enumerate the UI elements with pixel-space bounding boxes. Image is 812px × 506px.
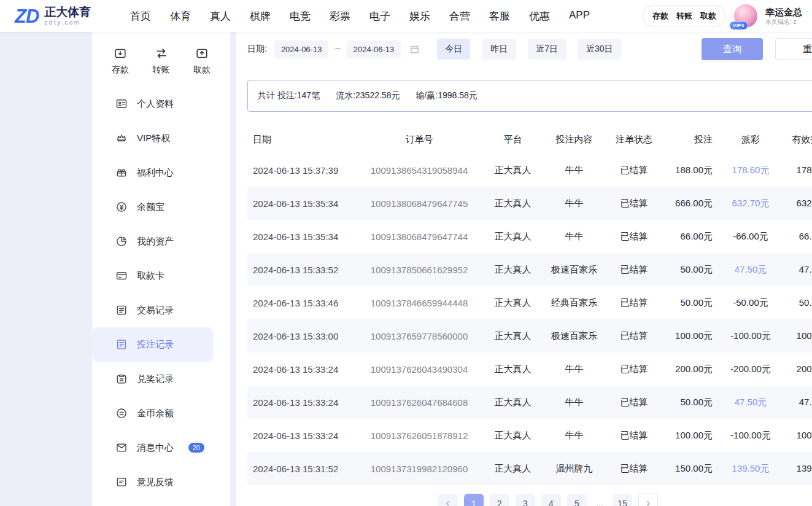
- sidebar-item[interactable]: 个人资料: [92, 87, 213, 121]
- prev-page-button[interactable]: [438, 494, 458, 506]
- sidebar-item[interactable]: 我的资产: [92, 224, 213, 259]
- cell-platform: 正大真人: [484, 253, 542, 286]
- sidebar-item[interactable]: 意见反馈: [92, 465, 213, 499]
- nav-item[interactable]: APP: [569, 9, 590, 23]
- nav-item[interactable]: 真人: [210, 9, 231, 23]
- sidebar-item-label: 消息中心: [137, 442, 174, 454]
- nav-item[interactable]: 体育: [170, 9, 191, 23]
- welfare-icon: [115, 166, 128, 179]
- cell-payout: 139.50元: [720, 452, 781, 485]
- cell-valid: 200.00元: [781, 352, 812, 386]
- cell-status: 已结算: [606, 352, 662, 386]
- page-button[interactable]: 2: [490, 494, 509, 506]
- cell-bet: 200.00元: [662, 352, 720, 386]
- avatar[interactable]: VIP3: [734, 4, 757, 28]
- page-button[interactable]: 1: [464, 494, 484, 506]
- range-chip[interactable]: 近30日: [578, 39, 621, 60]
- nav-item[interactable]: 首页: [130, 9, 151, 23]
- page-button[interactable]: 5: [567, 494, 587, 506]
- cell-date: 2024-06-13 15:35:34: [247, 220, 355, 253]
- column-header: 订单号: [355, 125, 484, 154]
- messages-icon: [115, 442, 128, 454]
- nav-item[interactable]: 优惠: [529, 9, 550, 23]
- table-row: 2024-06-13 15:33:001009137659778560000正大…: [247, 319, 812, 352]
- main-nav: 首页体育真人棋牌电竞彩票电子娱乐合营客服优惠APP: [130, 9, 590, 23]
- cell-valid: 47.50元: [781, 386, 812, 419]
- cell-status: 已结算: [606, 220, 662, 253]
- cell-platform: 正大真人: [484, 319, 542, 352]
- sidebar-item[interactable]: 投注记录: [92, 327, 213, 362]
- cell-bet: 50.00元: [662, 386, 720, 419]
- quick-action[interactable]: 取款: [193, 47, 211, 76]
- bets-table-body: 2024-06-13 15:37:391009138654319058944正大…: [247, 154, 812, 485]
- filter-buttons: 查询 重置: [702, 38, 812, 60]
- sidebar-item[interactable]: 金币余额: [92, 396, 213, 430]
- chevron-right-icon: [643, 499, 653, 506]
- sidebar-item-label: 意见反馈: [137, 477, 174, 488]
- date-from-input[interactable]: 2024-06-13: [274, 41, 329, 58]
- sidebar-item[interactable]: 余额宝: [92, 190, 213, 224]
- brand-logo[interactable]: ZD 正大体育 zdty.com: [15, 6, 124, 26]
- sidebar-item-label: 余额宝: [137, 201, 164, 213]
- summary-item: 共计 投注:147笔: [258, 90, 320, 101]
- nav-item[interactable]: 电子: [369, 9, 390, 23]
- brand-name: 正大体育: [44, 6, 91, 19]
- sidebar-item[interactable]: 福利中心: [92, 155, 213, 190]
- sidebar-item[interactable]: VIP特权: [92, 121, 213, 155]
- cell-payout: 47.50元: [720, 386, 781, 419]
- range-chip[interactable]: 近7日: [528, 39, 566, 60]
- wallet-pill-item[interactable]: 存款: [652, 10, 668, 21]
- nav-item[interactable]: 电竞: [290, 9, 311, 23]
- cell-order: 1009137846659944448: [355, 286, 484, 319]
- redeem-icon: [115, 373, 128, 385]
- sidebar-item[interactable]: 消息中心20: [92, 430, 213, 465]
- sidebar-item-label: 金币余额: [137, 408, 174, 419]
- cell-status: 已结算: [606, 187, 662, 220]
- nav-item[interactable]: 合营: [449, 9, 470, 23]
- reset-button[interactable]: 重置: [775, 38, 812, 60]
- cell-bet: 100.00元: [662, 319, 720, 352]
- query-button[interactable]: 查询: [702, 38, 763, 60]
- cell-valid: 50.00元: [781, 286, 812, 319]
- page-button[interactable]: 4: [541, 494, 561, 506]
- cell-valid: 66.00元: [781, 220, 812, 253]
- cell-content: 牛牛: [542, 187, 606, 220]
- cell-payout: 632.70元: [720, 187, 781, 220]
- sidebar-quick-actions: 存款转账取款: [92, 32, 230, 79]
- nav-item[interactable]: 娱乐: [409, 9, 430, 23]
- wallet-pill-item[interactable]: 转账: [676, 10, 692, 21]
- date-filter-label: 日期:: [247, 44, 267, 55]
- wallet-pill-item[interactable]: 取款: [700, 10, 716, 21]
- transactions-icon: [115, 304, 128, 316]
- cell-status: 已结算: [606, 286, 662, 319]
- date-to-input[interactable]: 2024-06-13: [347, 41, 401, 58]
- profile-icon: [115, 98, 128, 110]
- sidebar-item[interactable]: 交易记录: [92, 293, 213, 327]
- cell-order: 1009137626051878912: [355, 419, 484, 452]
- cell-date: 2024-06-13 15:33:00: [247, 319, 355, 352]
- range-chip[interactable]: 昨日: [482, 39, 516, 60]
- page-layout: 存款转账取款 个人资料VIP特权福利中心余额宝我的资产取款卡交易记录投注记录兑奖…: [0, 32, 812, 506]
- quick-action-label: 转账: [153, 64, 170, 76]
- page-button[interactable]: 3: [516, 494, 535, 506]
- table-row: 2024-06-13 15:33:461009137846659944448正大…: [247, 286, 812, 319]
- cell-date: 2024-06-13 15:33:52: [247, 253, 355, 286]
- quick-action[interactable]: 转账: [153, 47, 170, 76]
- calendar-icon-slot[interactable]: [409, 44, 420, 55]
- next-page-button[interactable]: [638, 494, 658, 506]
- cell-status: 已结算: [606, 452, 662, 485]
- nav-item[interactable]: 彩票: [330, 9, 350, 23]
- table-row: 2024-06-13 15:33:241009137626043490304正大…: [247, 352, 812, 386]
- cell-status: 已结算: [606, 319, 662, 352]
- sidebar-item-label: 交易记录: [137, 305, 174, 316]
- cell-bet: 50.00元: [662, 286, 720, 319]
- table-row: 2024-06-13 15:31:521009137319982120960正大…: [247, 452, 812, 485]
- sidebar-item[interactable]: 兑奖记录: [92, 362, 213, 396]
- cell-order: 1009138654319058944: [355, 154, 484, 187]
- page-button[interactable]: 15: [613, 494, 632, 506]
- nav-item[interactable]: 客服: [489, 9, 510, 23]
- range-chip[interactable]: 今日: [437, 39, 470, 60]
- nav-item[interactable]: 棋牌: [250, 9, 271, 23]
- sidebar-item[interactable]: 取款卡: [92, 259, 213, 293]
- quick-action[interactable]: 存款: [112, 47, 129, 76]
